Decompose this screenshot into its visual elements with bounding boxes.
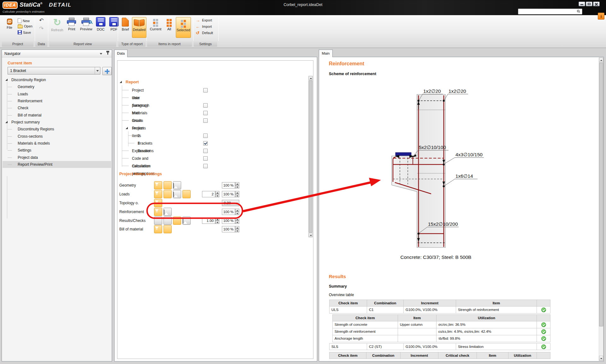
default-button[interactable]: ↺Default [196,30,213,35]
checkbox-calculation-presumptions[interactable] [203,164,208,168]
checkbox-1-bracket[interactable] [203,141,208,146]
pdf-export-button[interactable]: PDF [108,17,120,31]
sidebar-item-discontinuity-region[interactable]: Discontinuity Region [3,76,111,83]
scale-value[interactable]: 100 % [222,226,235,232]
table-icon[interactable] [163,181,172,189]
refresh-button[interactable]: ↻ Refresh [50,17,64,32]
print-button[interactable]: Print [65,18,78,31]
drawing-icon[interactable] [154,181,162,189]
checkbox-cross-sections[interactable] [203,118,208,123]
data-scrollbar[interactable] [308,76,313,237]
sidebar-item-project-data[interactable]: Project data [3,154,111,161]
picture-icon[interactable] [173,190,181,198]
main-scrollbar[interactable] [599,57,603,361]
minimal-icon[interactable] [154,217,162,225]
table-icon[interactable] [163,225,172,233]
count-value[interactable]: 2 [202,191,215,197]
scale-value[interactable]: 100 % [222,209,235,215]
combo-dropdown[interactable] [95,67,100,74]
sidebar-item-geometry[interactable]: Geometry [3,83,111,90]
count-stepper[interactable] [215,218,219,224]
expander-icon[interactable] [120,81,122,83]
maximize-button[interactable] [586,2,592,6]
current-item-select[interactable]: 1 Bracket [8,67,100,75]
save-button[interactable]: Save [18,30,31,34]
sidebar-item-reinforcement[interactable]: Reinforcement [3,98,111,104]
checkbox-code-settings[interactable] [203,156,208,161]
table-icon[interactable] [163,190,172,198]
table-icon[interactable] [163,217,172,225]
open-button[interactable]: Open [18,24,33,28]
scale-stepper[interactable] [235,182,239,188]
scroll-up-button[interactable] [599,58,603,63]
scale-value[interactable]: 100 % [222,182,235,188]
all-items-button[interactable]: All [164,18,175,31]
export-button[interactable]: →Export [196,18,212,23]
checkbox-project-data[interactable] [203,88,208,92]
doc-export-button[interactable]: DOC [95,17,107,31]
search-icon[interactable] [577,10,579,12]
sidebar-item-check[interactable]: Check [3,104,111,111]
drawing-icon[interactable] [154,190,162,198]
drawing-icon[interactable] [154,208,162,216]
scroll-up-button[interactable] [309,76,312,80]
sidebar-item-settings[interactable]: Settings [3,147,111,154]
scale-stepper[interactable] [235,191,239,197]
expander-icon[interactable] [5,121,8,123]
scale-stepper[interactable] [235,226,239,232]
count-value[interactable]: 1.00 [202,218,215,224]
navigator-header[interactable]: Navigator [2,50,112,57]
picture-icon[interactable] [182,217,191,225]
search-box[interactable] [518,9,582,15]
sidebar-item-materials-models[interactable]: Materials & models [3,140,111,147]
checkbox-summary-brief-results[interactable] [203,103,208,108]
grouped-table-icon[interactable] [182,190,191,198]
scale-value[interactable]: 100 % [222,191,235,197]
picture-icon[interactable] [173,181,181,189]
current-items-button[interactable]: Current [148,18,163,31]
picture-icon[interactable] [163,208,172,216]
detailed-button[interactable]: Detailed [132,17,146,38]
pin-icon[interactable] [107,52,108,55]
sidebar-item-cross-sections[interactable]: Cross-sections [3,133,111,140]
checkbox-materials[interactable] [203,111,208,115]
search-input[interactable] [519,9,576,14]
scale-stepper[interactable] [235,218,239,224]
brief-button[interactable]: Brief [120,18,131,31]
tab-data[interactable]: Data [114,50,128,57]
import-button[interactable]: ←Import [196,24,212,29]
title-bar: IDEA StatiCa® DETAIL Calculate yesterday… [0,0,606,15]
detailed-table-icon[interactable] [173,217,181,225]
sidebar-item-report-preview-print[interactable]: Report Preview/Print [3,161,111,168]
preview-button[interactable]: Preview [78,18,94,31]
count-stepper[interactable] [215,191,219,197]
expander-icon[interactable] [5,79,8,81]
sidebar-item-project-summary[interactable]: Project summary [3,119,111,126]
expander-icon[interactable] [126,127,128,129]
checkbox-explanations[interactable] [203,149,208,153]
sidebar-item-discontinuity-regions[interactable]: Discontinuity Regions [3,126,111,133]
scale-stepper[interactable] [235,209,239,215]
checkbox-2-brackets[interactable] [203,134,208,138]
scroll-down-button[interactable] [599,356,603,361]
scroll-down-button[interactable] [309,233,312,237]
tab-main[interactable]: Main [319,50,333,57]
minimize-button[interactable] [579,2,585,6]
sidebar-item-bill-of-material[interactable]: Bill of material [3,112,111,119]
selected-items-button[interactable]: Selected [176,17,191,38]
redo-button[interactable]: ↷ [37,26,45,31]
file-button[interactable]: ID File [3,18,16,29]
help-button[interactable]: i [598,13,604,20]
sidebar-item-loads[interactable]: Loads [3,91,111,98]
topology-select[interactable]: 0.20 [222,200,239,206]
scale-value[interactable]: 100 % [222,218,235,224]
scroll-thumb[interactable] [599,63,603,326]
new-button[interactable]: New [18,18,30,23]
drawing-icon[interactable] [154,225,162,233]
undo-button[interactable]: ↶ [37,18,45,23]
close-button[interactable] [593,2,600,6]
drawing-icon[interactable] [154,199,162,207]
add-item-button[interactable] [102,67,112,75]
scroll-thumb[interactable] [309,81,312,233]
chevron-down-icon[interactable] [100,53,102,55]
